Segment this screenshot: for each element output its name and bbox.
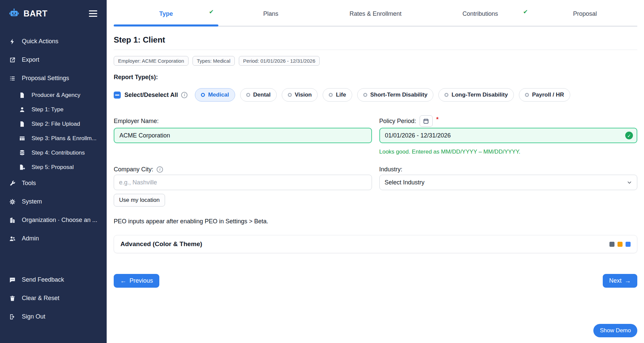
tab-type[interactable]: Type ✔ — [114, 3, 218, 26]
file-export-icon — [18, 164, 26, 171]
policy-period-label-row: Policy Period: * — [379, 114, 638, 128]
valid-check-icon: ✓ — [625, 132, 633, 139]
sidebar-item-label: Tools — [22, 180, 36, 187]
sidebar-item-step5-proposal[interactable]: Step 5: Proposal — [0, 160, 107, 174]
sidebar-item-export[interactable]: Export — [0, 51, 107, 68]
sidebar-item-quick-actions[interactable]: Quick Actions — [0, 33, 107, 50]
sidebar-header: BART — [0, 0, 107, 25]
user-icon — [18, 106, 26, 113]
info-icon[interactable]: i — [181, 92, 187, 98]
tab-contributions[interactable]: Contributions ✔ — [428, 3, 533, 26]
calendar-button[interactable] — [420, 115, 433, 127]
blue-swatch[interactable] — [626, 242, 631, 247]
sidebar-item-send-feedback[interactable]: Send Feedback — [0, 271, 107, 288]
check-icon: ✔ — [523, 8, 528, 15]
wrench-icon — [9, 180, 16, 187]
wizard-nav-buttons: ← Previous Next → — [114, 274, 637, 288]
policy-period-helper-text: Looks good. Entered as MM/DD/YYYY – MM/D… — [379, 149, 638, 155]
sidebar-item-step2-file-upload[interactable]: Step 2: File Upload — [0, 117, 107, 131]
orange-swatch[interactable] — [618, 242, 623, 247]
page-title: Step 1: Client — [114, 35, 637, 45]
company-city-label-row: Company City: i — [114, 164, 372, 175]
menu-toggle-button[interactable] — [88, 9, 98, 18]
sidebar-item-producer-agency[interactable]: Producer & Agency — [0, 88, 107, 102]
sidebar-item-label: Proposal Settings — [22, 75, 69, 82]
employer-name-field-group: Employer Name: — [114, 114, 372, 155]
field-label: Employer Name: — [114, 118, 159, 125]
export-icon — [9, 57, 16, 63]
sidebar-item-step3-plans-enrollment[interactable]: Step 3: Plans & Enrollm... — [0, 131, 107, 146]
tab-label: Contributions — [463, 10, 498, 17]
radio-dot-icon — [288, 93, 292, 97]
radio-dot-icon — [525, 93, 529, 97]
sidebar-item-admin[interactable]: Admin — [0, 230, 107, 247]
gear-icon — [9, 198, 16, 205]
peo-note: PEO inputs appear after enabling PEO in … — [114, 218, 637, 225]
sidebar-item-system[interactable]: System — [0, 193, 107, 210]
radio-dot-icon — [201, 93, 205, 97]
sidebar-item-label: Step 1: Type — [32, 106, 63, 113]
report-types-row: Select/Deselect All i Medical Dental Vis… — [114, 88, 637, 102]
industry-label: Industry: — [379, 164, 638, 175]
sidebar-item-sign-out[interactable]: Sign Out — [0, 308, 107, 325]
company-city-input[interactable] — [114, 175, 372, 190]
use-my-location-button[interactable]: Use my location — [114, 194, 165, 207]
gray-swatch[interactable] — [609, 242, 614, 247]
policy-period-input[interactable] — [379, 128, 638, 143]
tab-label: Proposal — [573, 10, 597, 17]
calendar-icon — [423, 118, 429, 124]
sidebar-item-clear-reset[interactable]: Clear & Reset — [0, 290, 107, 307]
pill-short-term-disability[interactable]: Short-Term Disability — [357, 88, 434, 102]
industry-select[interactable]: Select Industry — [379, 175, 638, 190]
sidebar-item-label: System — [22, 198, 42, 205]
sidebar-item-organization[interactable]: Organization · Choose an ... — [0, 212, 107, 229]
sidebar-item-label: Producer & Agency — [32, 92, 80, 99]
show-demo-button[interactable]: Show Demo — [593, 324, 637, 337]
pill-vision[interactable]: Vision — [282, 88, 318, 102]
building-icon — [9, 217, 16, 224]
company-city-field-group: Company City: i Use my location — [114, 164, 372, 207]
employer-name-input[interactable] — [114, 128, 372, 143]
select-all-label: Select/Deselect All — [124, 92, 178, 99]
types-chip: Types: Medical — [193, 56, 235, 66]
pill-dental[interactable]: Dental — [240, 88, 277, 102]
sidebar-item-step4-contributions[interactable]: Step 4: Contributions — [0, 146, 107, 160]
previous-button[interactable]: ← Previous — [114, 274, 159, 288]
sidebar-item-label: Quick Actions — [22, 38, 58, 45]
client-form: Employer Name: Policy Period: * — [114, 114, 637, 207]
advanced-color-theme-panel[interactable]: Advanced (Color & Theme) — [114, 235, 637, 253]
pill-label: Payroll / HR — [532, 92, 564, 98]
next-button[interactable]: Next → — [603, 274, 637, 288]
sidebar-item-proposal-settings[interactable]: Proposal Settings — [0, 70, 107, 87]
summary-chips: Employer: ACME Corporation Types: Medica… — [114, 56, 637, 66]
sign-out-icon — [9, 313, 16, 320]
pill-label: Medical — [208, 92, 229, 98]
field-label: Company City: — [114, 166, 153, 173]
pill-label: Long-Term Disability — [451, 92, 508, 98]
info-icon[interactable]: i — [157, 166, 163, 173]
report-types-label: Report Type(s): — [114, 74, 637, 81]
pill-label: Vision — [295, 92, 312, 98]
select-all-checkbox[interactable] — [114, 92, 121, 99]
file-icon — [18, 121, 26, 127]
main-content: Type ✔ Plans Rates & Enrollment Contribu… — [107, 0, 644, 343]
arrow-left-icon: ← — [120, 278, 126, 284]
document-icon — [18, 92, 26, 99]
tab-rates-enrollment[interactable]: Rates & Enrollment — [323, 3, 428, 26]
report-type-pills: Medical Dental Vision Life Short-Term Di… — [195, 88, 570, 102]
wizard-tabs: Type ✔ Plans Rates & Enrollment Contribu… — [114, 3, 637, 26]
field-label: Industry: — [379, 166, 402, 173]
pill-life[interactable]: Life — [323, 88, 352, 102]
tab-proposal[interactable]: Proposal — [533, 3, 637, 26]
pill-long-term-disability[interactable]: Long-Term Disability — [438, 88, 514, 102]
pill-payroll-hr[interactable]: Payroll / HR — [519, 88, 570, 102]
period-chip: Period: 01/01/2026 - 12/31/2026 — [239, 56, 320, 66]
tab-plans[interactable]: Plans — [218, 3, 323, 26]
users-icon — [9, 235, 16, 242]
employer-name-label: Employer Name: — [114, 114, 372, 128]
sidebar-item-tools[interactable]: Tools — [0, 175, 107, 192]
pill-label: Life — [336, 92, 346, 98]
pill-medical[interactable]: Medical — [195, 88, 235, 102]
policy-period-field-group: Policy Period: * ✓ Looks good. Entered a… — [379, 114, 638, 155]
sidebar-item-step1-type[interactable]: Step 1: Type — [0, 103, 107, 117]
